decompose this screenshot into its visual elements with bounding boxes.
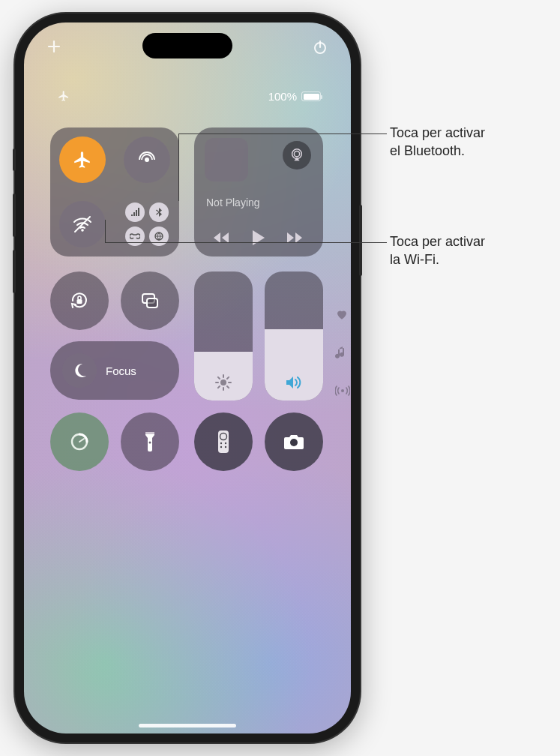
home-indicator[interactable] — [139, 724, 236, 728]
flashlight-button[interactable] — [121, 412, 179, 471]
volume-up-button — [13, 194, 16, 237]
timer-button[interactable] — [50, 412, 109, 471]
side-button — [13, 148, 16, 171]
screen: 100% — [24, 22, 351, 734]
callout-wifi-line — [105, 242, 387, 243]
apple-tv-remote-button[interactable] — [194, 412, 253, 471]
svg-point-15 — [220, 442, 222, 444]
callout-wifi: Toca per activar la Wi-Fi. — [390, 232, 485, 269]
wifi-off-icon — [71, 213, 94, 236]
personal-hotspot-icon — [125, 226, 145, 246]
battery-icon — [301, 92, 321, 101]
volume-down-button — [13, 250, 16, 293]
svg-point-19 — [290, 439, 298, 446]
svg-point-9 — [220, 380, 226, 386]
svg-point-1 — [145, 158, 149, 162]
cellular-icon — [125, 202, 145, 222]
svg-point-4 — [294, 152, 299, 157]
timer-icon — [68, 430, 91, 453]
connectivity-page-indicator — [335, 386, 350, 399]
svg-point-11 — [149, 442, 151, 444]
connectivity-panel[interactable] — [50, 128, 179, 256]
svg-rect-13 — [218, 430, 229, 453]
airplay-icon — [289, 148, 304, 163]
wifi-button[interactable] — [59, 201, 106, 248]
power-icon — [312, 39, 328, 56]
heart-icon — [335, 308, 349, 321]
volume-icon — [284, 374, 304, 392]
screen-mirroring-button[interactable] — [121, 272, 179, 330]
status-airplane-icon — [58, 90, 70, 102]
svg-rect-6 — [77, 299, 82, 304]
svg-rect-12 — [145, 432, 154, 434]
orientation-lock-button[interactable] — [50, 272, 109, 330]
callout-wifi-line-v — [105, 220, 106, 242]
airplane-icon — [73, 150, 92, 170]
brightness-slider[interactable] — [194, 272, 253, 400]
focus-button[interactable]: Focus — [50, 341, 179, 400]
phone-frame: 100% — [15, 14, 360, 742]
album-art-placeholder — [205, 138, 248, 182]
airdrop-button[interactable] — [124, 136, 170, 183]
favorite-page-indicator — [335, 308, 350, 321]
camera-button[interactable] — [265, 412, 323, 471]
moon-icon — [70, 362, 88, 380]
callout-bluetooth-line-v — [178, 134, 179, 201]
svg-rect-8 — [147, 298, 157, 308]
play-button[interactable] — [251, 230, 266, 246]
bluetooth-icon — [149, 202, 169, 222]
now-playing-panel[interactable]: Not Playing — [194, 128, 323, 256]
svg-point-16 — [225, 442, 226, 444]
svg-point-20 — [341, 389, 344, 392]
remote-icon — [217, 430, 229, 454]
flashlight-icon — [144, 430, 156, 453]
camera-icon — [283, 433, 305, 451]
plus-icon — [46, 39, 61, 54]
svg-point-5 — [292, 149, 302, 159]
brightness-icon — [214, 374, 232, 392]
airplay-button[interactable] — [283, 141, 311, 170]
music-page-indicator — [335, 346, 350, 360]
power-side-button — [359, 205, 362, 276]
svg-point-18 — [225, 446, 226, 448]
airplane-mode-button[interactable] — [59, 136, 106, 183]
music-note-icon — [335, 346, 347, 360]
play-icon — [251, 230, 266, 246]
airdrop-icon — [136, 149, 157, 170]
dynamic-island — [142, 33, 232, 58]
svg-point-2 — [81, 229, 84, 232]
add-control-button[interactable] — [46, 39, 61, 56]
status-bar: 100% — [268, 90, 321, 103]
connectivity-more-cluster[interactable] — [124, 201, 170, 248]
do-not-disturb-icon — [62, 353, 97, 388]
satellite-icon — [149, 226, 169, 246]
media-title: Not Playing — [206, 196, 260, 208]
battery-percent: 100% — [268, 90, 297, 103]
antenna-icon — [335, 386, 350, 399]
focus-label: Focus — [106, 364, 136, 377]
callout-bluetooth: Toca per activar el Bluetooth. — [390, 124, 485, 160]
callout-bluetooth-line — [178, 134, 387, 134]
volume-slider[interactable] — [265, 272, 323, 400]
lock-screen-button[interactable] — [312, 39, 328, 56]
screen-mirroring-icon — [139, 290, 161, 312]
svg-point-17 — [220, 446, 222, 448]
orientation-lock-icon — [68, 290, 91, 312]
